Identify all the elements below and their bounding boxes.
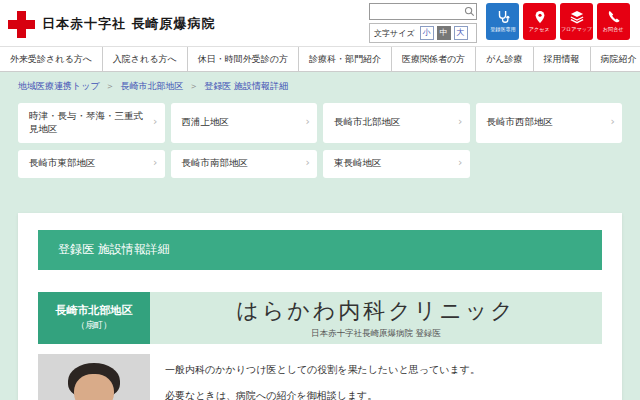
chevron-right-icon: › bbox=[306, 115, 310, 130]
district-label: 長崎市北部地区 bbox=[334, 116, 401, 129]
search-icon[interactable] bbox=[462, 5, 476, 19]
hospital-name: 日本赤十字社 長崎原爆病院 bbox=[42, 15, 216, 33]
hospital-logo[interactable]: 日本赤十字社 長崎原爆病院 bbox=[8, 0, 216, 46]
font-size-large-button[interactable]: 大 bbox=[454, 26, 468, 40]
district-label: 時津・長与・琴海・三重式見地区 bbox=[29, 110, 147, 136]
district-label: 西浦上地区 bbox=[182, 116, 230, 129]
section-title-bar: 登録医 施設情報詳細 bbox=[38, 230, 602, 270]
clinic-name: はらかわ内科クリニック bbox=[236, 296, 516, 326]
nav-item-about-hospital[interactable]: 病院紹介 bbox=[590, 47, 640, 71]
nav-item-cancer-care[interactable]: がん診療 bbox=[475, 47, 532, 71]
search-box bbox=[369, 3, 477, 20]
main-nav: 外来受診される方へ 入院される方へ 休日・時間外受診の方 診療科・部門紹介 医療… bbox=[0, 46, 640, 72]
chevron-right-icon: › bbox=[458, 115, 462, 130]
quick-button-label: フロアマップ bbox=[561, 25, 592, 33]
doctor-photo bbox=[38, 354, 150, 400]
breadcrumb-separator: ＞ bbox=[189, 81, 198, 91]
quick-button-label: アクセス bbox=[529, 25, 550, 33]
district-label: 東長崎地区 bbox=[334, 157, 382, 170]
clinic-affiliation: 日本赤十字社長崎原爆病院 登録医 bbox=[311, 328, 441, 340]
floor-map-button[interactable]: フロアマップ bbox=[560, 3, 593, 40]
nav-item-inpatient[interactable]: 入院される方へ bbox=[102, 47, 187, 71]
font-size-medium-button[interactable]: 中 bbox=[437, 26, 451, 40]
doctor-photo-face bbox=[74, 374, 114, 400]
chevron-right-icon: › bbox=[458, 156, 462, 171]
chevron-right-icon: › bbox=[153, 115, 157, 130]
content-card: 登録医 施設情報詳細 長崎市北部地区 （扇町） はらかわ内科クリニック 日本赤十… bbox=[18, 213, 622, 400]
district-button-south[interactable]: 長崎市南部地区 › bbox=[171, 150, 318, 178]
quick-button-label: お問合せ bbox=[603, 25, 624, 33]
map-pin-icon bbox=[533, 10, 547, 24]
clinic-district-name: 長崎市北部地区 bbox=[56, 303, 133, 318]
district-button-north[interactable]: 長崎市北部地区 › bbox=[323, 103, 470, 143]
access-button[interactable]: アクセス bbox=[523, 3, 556, 40]
district-label: 長崎市南部地区 bbox=[182, 157, 249, 170]
quick-button-label: 登録医専用 bbox=[490, 25, 516, 33]
section-title: 登録医 施設情報詳細 bbox=[58, 241, 170, 258]
breadcrumb-current-page: 登録医 施設情報詳細 bbox=[204, 81, 288, 91]
district-label: 長崎市東部地区 bbox=[29, 157, 96, 170]
contact-button[interactable]: お問合せ bbox=[597, 3, 630, 40]
chevron-right-icon: › bbox=[306, 156, 310, 171]
registered-doctors-button[interactable]: 登録医専用 bbox=[486, 3, 519, 40]
nav-item-afterhours[interactable]: 休日・時間外受診の方 bbox=[187, 47, 298, 71]
district-button-east[interactable]: 長崎市東部地区 › bbox=[18, 150, 165, 178]
breadcrumb-link-regional-top[interactable]: 地域医療連携トップ bbox=[18, 81, 100, 91]
district-button-grid: 時津・長与・琴海・三重式見地区 › 西浦上地区 › 長崎市北部地区 › 長崎市西… bbox=[0, 99, 640, 178]
clinic-info: 一般内科のかかりつけ医としての役割を果たしたいと思っています。 必要なときは、病… bbox=[38, 354, 602, 400]
search-input[interactable] bbox=[370, 5, 462, 18]
clinic-title-band: はらかわ内科クリニック 日本赤十字社長崎原爆病院 登録医 bbox=[150, 292, 602, 344]
stethoscope-icon bbox=[496, 10, 510, 24]
clinic-town: （扇町） bbox=[76, 319, 112, 332]
font-size-control: 文字サイズ 小 中 大 bbox=[369, 23, 477, 43]
phone-icon bbox=[607, 10, 621, 24]
chevron-right-icon: › bbox=[153, 156, 157, 171]
header-controls: 文字サイズ 小 中 大 登録医専用 bbox=[369, 0, 630, 46]
district-button-higashinagasaki[interactable]: 東長崎地区 › bbox=[323, 150, 470, 178]
font-size-small-button[interactable]: 小 bbox=[420, 26, 434, 40]
district-label: 長崎市西部地区 bbox=[487, 116, 554, 129]
clinic-district-badge: 長崎市北部地区 （扇町） bbox=[38, 292, 150, 344]
clinic-description: 一般内科のかかりつけ医としての役割を果たしたいと思っています。 必要なときは、病… bbox=[165, 354, 480, 400]
breadcrumb-separator: ＞ bbox=[106, 81, 115, 91]
site-header: 日本赤十字社 長崎原爆病院 文字サイズ 小 中 大 bbox=[0, 0, 640, 46]
description-line: 必要なときは、病院への紹介を御相談します。 bbox=[165, 389, 480, 400]
nav-item-departments[interactable]: 診療科・部門紹介 bbox=[298, 47, 391, 71]
layers-icon bbox=[570, 10, 584, 24]
district-button-togitsu[interactable]: 時津・長与・琴海・三重式見地区 › bbox=[18, 103, 165, 143]
nav-item-medical-professionals[interactable]: 医療関係者の方 bbox=[391, 47, 475, 71]
nav-item-recruitment[interactable]: 採用情報 bbox=[533, 47, 590, 71]
quick-buttons: 登録医専用 アクセス bbox=[486, 3, 630, 40]
district-button-west[interactable]: 長崎市西部地区 › bbox=[476, 103, 623, 143]
description-line: 一般内科のかかりつけ医としての役割を果たしたいと思っています。 bbox=[165, 363, 480, 376]
clinic-header: 長崎市北部地区 （扇町） はらかわ内科クリニック 日本赤十字社長崎原爆病院 登録… bbox=[38, 292, 602, 344]
nav-item-outpatient[interactable]: 外来受診される方へ bbox=[0, 47, 102, 71]
breadcrumb: 地域医療連携トップ ＞ 長崎市北部地区 ＞ 登録医 施設情報詳細 bbox=[0, 72, 640, 99]
breadcrumb-link-north-district[interactable]: 長崎市北部地区 bbox=[120, 81, 183, 91]
red-cross-icon bbox=[8, 11, 35, 38]
chevron-right-icon: › bbox=[611, 115, 615, 130]
font-size-label: 文字サイズ bbox=[374, 28, 415, 39]
district-button-nishiurakami[interactable]: 西浦上地区 › bbox=[171, 103, 318, 143]
